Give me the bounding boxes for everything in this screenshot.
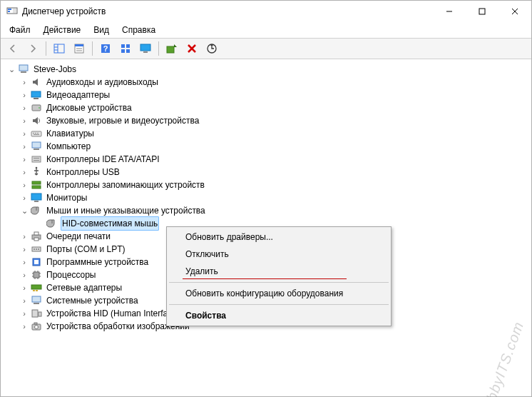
expand-icon[interactable]: › [19,89,29,101]
svg-rect-35 [33,133,34,134]
expand-icon[interactable]: › [19,114,29,127]
expand-icon[interactable]: › [19,191,29,204]
tree-node-disk[interactable]: ›Дисковые устройства [4,101,531,114]
expand-icon[interactable]: › [19,268,29,281]
show-hide-tree-button[interactable] [50,39,68,58]
device-tree[interactable]: ⌄ Steve-Jobs ›Аудиовходы и аудиовыходы ›… [1,59,531,396]
expand-icon[interactable]: › [19,281,29,294]
svg-point-57 [38,248,39,250]
toolbar: ? [1,38,531,59]
usb-icon [31,166,42,178]
tree-node-computer[interactable]: ›Компьютер [4,140,531,153]
tree-label: Клавиатуры [45,127,96,140]
ctx-scan-hardware[interactable]: Обновить конфигурацию оборудования [168,285,389,302]
monitor-icon [31,192,42,203]
tree-label: Контроллеры USB [45,166,121,179]
ctx-properties[interactable]: Свойства [168,307,389,324]
tree-node-video[interactable]: ›Видеоадаптеры [4,89,531,101]
tree-label: Контроллеры IDE ATA/ATAPI [45,153,161,166]
view-icons-button[interactable] [116,39,135,58]
device-manager-window: Диспетчер устройств Файл Действие Вид Сп… [0,0,532,397]
expand-icon[interactable]: › [19,256,29,268]
tree-node-usb[interactable]: ›Контроллеры USB [4,166,531,179]
expand-icon[interactable]: › [19,179,29,191]
tree-node-monitor[interactable]: ›Мониторы [4,191,531,204]
svg-rect-13 [75,44,83,46]
menu-help[interactable]: Справка [116,24,161,36]
tree-label: Аудиовходы и аудиовыходы [45,76,160,89]
menu-file[interactable]: Файл [4,24,36,36]
tree-label: HID-совместимая мышь [61,216,159,231]
svg-rect-34 [31,131,41,136]
tree-label: Мыши и иные указывающие устройства [45,204,207,217]
expand-icon[interactable]: › [19,76,29,89]
tree-root[interactable]: ⌄ Steve-Jobs [4,63,531,76]
tree-node-mouse[interactable]: ⌄Мыши и иные указывающие устройства [4,204,531,217]
tree-node-audio[interactable]: ›Аудиовходы и аудиовыходы [4,76,531,89]
expand-icon[interactable]: › [19,243,29,256]
audio-icon [31,76,42,88]
storage-controller-icon [31,179,42,191]
expand-icon[interactable]: › [19,230,29,243]
expand-icon[interactable]: › [19,320,29,333]
menu-action[interactable]: Действие [38,24,87,36]
svg-rect-2 [8,11,10,12]
svg-rect-22 [140,44,150,51]
hid-icon [31,308,42,319]
svg-rect-46 [32,186,41,189]
svg-rect-37 [37,133,39,134]
tree-node-sound[interactable]: ›Звуковые, игровые и видеоустройства [4,114,531,127]
svg-rect-31 [34,98,39,99]
system-device-icon [31,295,42,306]
menu-view[interactable]: Вид [88,24,115,36]
monitor-toolbar-button[interactable] [136,39,155,58]
tree-node-storage[interactable]: ›Контроллеры запоминающих устройств [4,179,531,191]
display-adapter-icon [31,89,42,101]
help-toolbar-button[interactable]: ? [96,39,115,58]
maximize-button[interactable] [466,1,498,22]
ctx-separator [169,282,389,283]
svg-rect-45 [32,181,41,184]
svg-rect-38 [34,134,39,135]
expand-icon[interactable]: › [19,307,29,320]
properties-toolbar-button[interactable] [70,39,88,58]
tree-label: Порты (COM и LPT) [45,243,127,256]
svg-rect-30 [31,91,41,97]
close-button[interactable] [498,1,531,22]
tree-label: Мониторы [45,191,88,204]
svg-rect-69 [31,285,41,289]
collapse-icon[interactable]: ⌄ [19,204,29,217]
expand-icon[interactable]: › [19,294,29,307]
tree-label: Контроллеры запоминающих устройств [45,179,206,191]
collapse-icon[interactable]: ⌄ [6,63,16,76]
ctx-delete[interactable]: Удалить [168,263,389,280]
scan-hardware-toolbar-button[interactable] [203,39,221,58]
expand-icon[interactable]: › [19,140,29,153]
minimize-button[interactable] [433,1,466,22]
tree-node-ide[interactable]: ›Контроллеры IDE ATA/ATAPI [4,153,531,166]
svg-rect-75 [39,312,41,316]
ctx-label: Свойства [185,311,226,321]
expand-icon[interactable]: › [19,127,29,140]
tree-node-keyboard[interactable]: ›Клавиатуры [4,127,531,140]
svg-rect-19 [126,44,130,48]
ctx-disable[interactable]: Отключить [168,246,389,263]
forward-button[interactable] [24,39,42,58]
ctx-label: Обновить конфигурацию оборудования [185,288,343,298]
expand-icon[interactable]: › [19,101,29,114]
mouse-icon [46,218,58,229]
tree-label: Процессоры [45,268,98,281]
expand-icon[interactable]: › [19,153,29,166]
svg-rect-3 [13,9,16,13]
window-title: Диспетчер устройств [22,6,106,16]
uninstall-toolbar-button[interactable] [183,39,201,58]
expand-icon[interactable]: › [19,166,29,179]
svg-rect-74 [32,310,38,317]
update-driver-toolbar-button[interactable] [163,39,181,58]
svg-text:?: ? [103,44,108,53]
svg-rect-39 [32,142,41,148]
back-button[interactable] [4,39,22,58]
svg-rect-23 [143,51,148,53]
ctx-update-drivers[interactable]: Обновить драйверы... [168,228,389,246]
svg-rect-29 [21,71,26,73]
